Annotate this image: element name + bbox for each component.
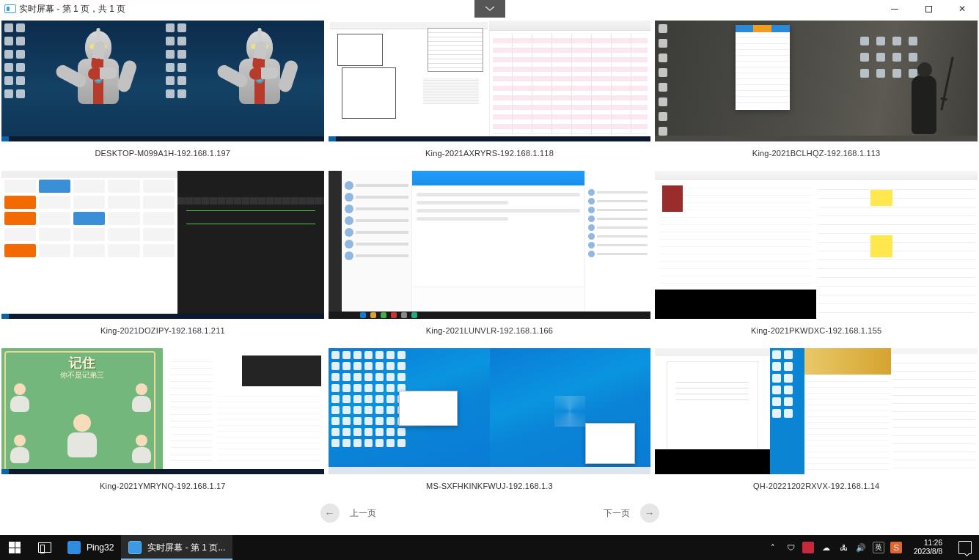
arrow-right-icon: → [640,504,659,523]
card-title: 记住 [69,354,95,372]
screen-thumbnail[interactable]: 记住 你不是记弟三 [1,348,324,474]
app-icon [128,541,142,554]
close-button[interactable]: ✕ [945,0,979,18]
screen-label: King-2021PKWDXC-192.168.1.155 [655,326,978,335]
app-icon [4,4,16,13]
screen-cell: King-2021BCLHQZ-192.168.1.113 [655,21,978,168]
pagination: ← 上一页 → 下一页 [1,504,978,523]
clock-time: 11:26 [914,539,942,548]
collapse-toolbar-button[interactable] [474,0,505,18]
screen-cell: DESKTOP-M099A1H-192.168.1.197 [1,21,324,168]
next-label: 下一页 [604,507,630,520]
screen-label: QH-20221202RXVX-192.168.1.14 [655,482,978,490]
prev-label: 上一页 [350,507,376,520]
screen-label: King-2021AXRYRS-192.168.1.118 [329,149,651,158]
system-tray: ˄ 🛡 ☁ 🖧 🔊 英 S 11:26 2023/8/8 [764,535,979,560]
next-page-button[interactable]: → 下一页 [604,504,659,523]
screen-label: King-2021DOZIPY-192.168.1.211 [1,326,324,335]
windows-logo-icon [9,542,21,553]
screen-cell: King-2021PKWDXC-192.168.1.155 [655,171,978,345]
tray-app-icon[interactable] [802,542,814,553]
tray-shield-icon[interactable]: 🛡 [785,542,796,553]
screen-label: King-2021YMRYNQ-192.168.1.17 [1,482,324,490]
screen-thumbnail[interactable] [655,171,978,319]
arrow-left-icon: ← [320,504,340,523]
screen-thumbnail[interactable] [1,21,324,141]
taskbar-app-realtime-screen[interactable]: 实时屏幕 - 第 1 页... [121,535,232,560]
system-taskbar: Ping32 实时屏幕 - 第 1 页... ˄ 🛡 ☁ 🖧 🔊 英 S 11:… [0,535,979,560]
screen-cell: 记住 你不是记弟三 King-2021YMRYNQ-192.168.1.17 [1,348,324,501]
maximize-button[interactable] [912,0,945,18]
tray-onedrive-icon[interactable]: ☁ [820,542,832,553]
window-controls: ✕ [878,0,979,18]
screen-label: King-2021BCLHQZ-192.168.1.113 [655,149,978,158]
screens-content: DESKTOP-M099A1H-192.168.1.197 King-2021A… [0,18,979,535]
screen-thumbnail[interactable] [655,21,978,141]
screen-cell: MS-SXFHKINKFWUJ-192.168.1.3 [329,348,651,501]
screen-cell: QH-20221202RXVX-192.168.1.14 [655,348,978,501]
start-button[interactable] [0,535,29,560]
minimize-button[interactable] [878,0,912,18]
screen-thumbnail[interactable] [329,21,651,141]
screen-thumbnail[interactable] [329,348,651,474]
screen-label: MS-SXFHKINKFWUJ-192.168.1.3 [329,482,651,490]
tray-sogou-icon[interactable]: S [890,542,902,553]
tray-network-icon[interactable]: 🖧 [837,542,849,553]
screen-cell: King-2021AXRYRS-192.168.1.118 [329,21,651,168]
clock-date: 2023/8/8 [914,548,942,556]
prev-page-button[interactable]: ← 上一页 [320,504,376,523]
screen-thumbnail[interactable] [329,171,651,319]
task-view-button[interactable] [29,535,60,560]
tray-volume-icon[interactable]: 🔊 [855,542,867,553]
app-name: 实时屏幕 - 第 1 页... [147,542,225,554]
screen-cell: King-2021DOZIPY-192.168.1.211 [1,171,324,345]
screen-thumbnail[interactable] [1,171,324,319]
screen-thumbnail[interactable] [655,348,978,474]
chevron-down-icon [485,6,495,12]
tray-chevron-icon[interactable]: ˄ [767,542,779,553]
taskbar-clock[interactable]: 11:26 2023/8/8 [908,539,948,556]
window-title: 实时屏幕 - 第 1 页，共 1 页 [19,3,125,15]
titlebar: 实时屏幕 - 第 1 页，共 1 页 ✕ [0,0,979,18]
screen-cell: King-2021LUNVLR-192.168.1.166 [329,171,651,345]
card-subtitle: 你不是记弟三 [60,370,104,380]
screens-grid: DESKTOP-M099A1H-192.168.1.197 King-2021A… [1,21,978,501]
tray-ime-indicator[interactable]: 英 [873,542,884,553]
taskbar-app-ping32[interactable]: Ping32 [60,535,121,560]
notifications-button[interactable] [958,541,972,554]
app-icon [67,541,81,554]
screen-label: King-2021LUNVLR-192.168.1.166 [329,326,651,335]
screen-label: DESKTOP-M099A1H-192.168.1.197 [1,149,324,158]
app-name: Ping32 [87,542,114,553]
